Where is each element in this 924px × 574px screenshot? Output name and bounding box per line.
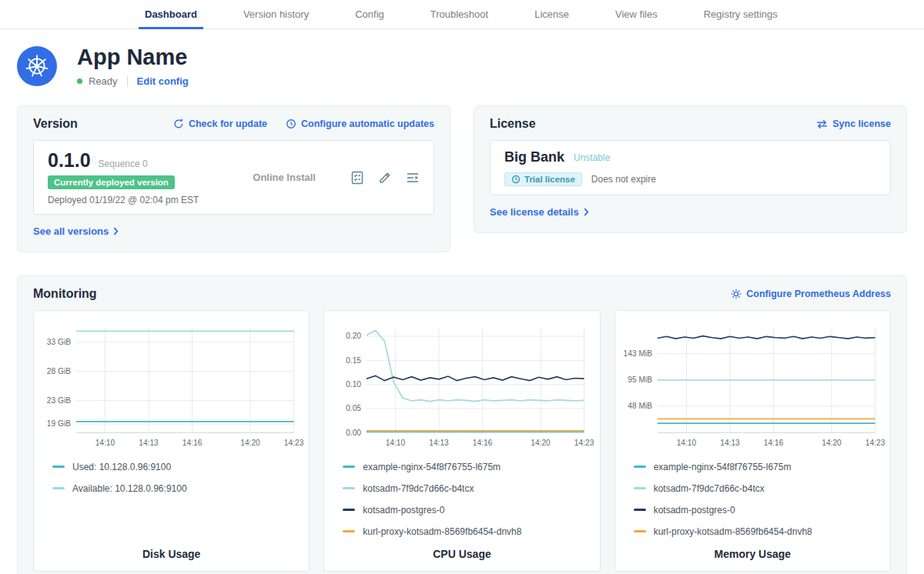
chart-title: Memory Usage <box>623 542 882 560</box>
legend-item: example-nginx-54f8f76755-l675m <box>634 462 882 472</box>
monitoring-header: Monitoring Configure Prometh <box>33 287 891 301</box>
sync-license-link[interactable]: Sync license <box>816 118 891 129</box>
version-card-title: Version <box>33 117 78 131</box>
legend-swatch <box>343 530 355 532</box>
license-card-title: License <box>490 117 536 131</box>
svg-text:14:16: 14:16 <box>763 439 783 447</box>
release-notes-icon[interactable] <box>406 171 420 185</box>
svg-text:14:10: 14:10 <box>386 439 406 447</box>
tab-label: License <box>534 8 569 20</box>
tab-config[interactable]: Config <box>353 0 386 28</box>
install-type-label: Online Install <box>253 172 316 183</box>
status-dot <box>77 78 82 84</box>
sync-icon <box>816 119 828 129</box>
chevron-right-icon <box>584 208 589 216</box>
svg-text:23 GiB: 23 GiB <box>47 396 71 405</box>
see-all-versions-link[interactable]: See all versions <box>33 225 119 237</box>
chart-legend: example-nginx-54f8f76755-l675mkotsadm-7f… <box>623 462 882 537</box>
svg-text:0.05: 0.05 <box>346 404 361 412</box>
svg-text:14:10: 14:10 <box>676 439 696 447</box>
svg-text:0.10: 0.10 <box>346 380 361 389</box>
disk-usage-chart: 14:1014:1314:1614:2014:2319 GiB23 GiB28 … <box>33 310 310 572</box>
svg-text:14:23: 14:23 <box>284 439 304 447</box>
see-all-versions-label: See all versions <box>33 225 109 237</box>
svg-text:28 GiB: 28 GiB <box>47 367 71 375</box>
svg-text:14:20: 14:20 <box>822 439 842 447</box>
legend-swatch <box>52 466 65 468</box>
check-for-update-label: Check for update <box>189 118 267 129</box>
legend-swatch <box>343 466 355 468</box>
configure-automatic-updates-label: Configure automatic updates <box>301 118 434 129</box>
tab-registry-settings[interactable]: Registry settings <box>702 0 779 28</box>
svg-text:0.15: 0.15 <box>346 356 361 365</box>
cpu-usage-chart: 14:1014:1314:1614:2014:230.000.050.100.1… <box>323 310 600 572</box>
legend-swatch <box>634 509 646 511</box>
cards-row: Version Check for update <box>17 105 907 252</box>
configure-prometheus-label: Configure Prometheus Address <box>746 289 891 299</box>
tab-license[interactable]: License <box>533 0 571 28</box>
legend-item: kotsadm-postgres-0 <box>343 505 591 516</box>
sequence-label: Sequence 0 <box>99 159 148 169</box>
version-card-header: Version Check for update <box>33 117 434 131</box>
tab-label: View files <box>615 8 658 20</box>
see-license-details-link[interactable]: See license details <box>490 206 589 218</box>
svg-text:143 MiB: 143 MiB <box>623 349 652 358</box>
edit-config-icon[interactable] <box>378 171 392 185</box>
check-for-update-link[interactable]: Check for update <box>173 118 267 129</box>
legend-item: kotsadm-7f9dc7d66c-b4tcx <box>634 483 882 494</box>
app-header: App Name Ready Edit config <box>17 45 907 87</box>
legend-swatch <box>634 487 646 489</box>
legend-label: Used: 10.128.0.96:9100 <box>72 462 171 472</box>
license-name-row: Big Bank Unstable <box>504 149 876 165</box>
svg-text:14:23: 14:23 <box>865 439 885 447</box>
app-status-row: Ready Edit config <box>77 75 189 87</box>
tab-version-history[interactable]: Version history <box>242 0 310 28</box>
tab-troubleshoot[interactable]: Troubleshoot <box>429 0 490 28</box>
legend-label: kotsadm-7f9dc7d66c-b4tcx <box>654 483 765 494</box>
svg-text:0.00: 0.00 <box>346 429 361 437</box>
license-card: License Sync license Big Bank <box>474 105 907 233</box>
status-badge: Ready <box>89 75 118 87</box>
legend-label: kurl-proxy-kotsadm-8569fb6454-dnvh8 <box>363 526 521 537</box>
svg-text:14:16: 14:16 <box>182 439 203 447</box>
svg-text:14:20: 14:20 <box>240 439 260 447</box>
svg-text:14:13: 14:13 <box>720 439 740 447</box>
see-license-details-label: See license details <box>490 206 579 218</box>
svg-text:14:13: 14:13 <box>139 439 159 447</box>
svg-text:14:13: 14:13 <box>430 439 450 447</box>
legend-label: kurl-proxy-kotsadm-8569fb6454-dnvh8 <box>654 526 812 537</box>
edit-config-link[interactable]: Edit config <box>137 75 189 87</box>
chart-title: CPU Usage <box>332 542 591 560</box>
legend-item: Used: 10.128.0.96:9100 <box>52 462 301 472</box>
tab-view-files[interactable]: View files <box>614 0 659 28</box>
tab-label: Dashboard <box>145 8 197 20</box>
legend-item: Available: 10.128.0.96:9100 <box>52 483 301 494</box>
svg-text:48 MiB: 48 MiB <box>628 402 652 410</box>
channel-label: Unstable <box>574 152 610 163</box>
legend-item: kotsadm-postgres-0 <box>634 505 882 516</box>
refresh-icon <box>173 118 184 129</box>
memory-usage-chart: 14:1014:1314:1614:2014:2348 MiB95 MiB143… <box>614 310 891 572</box>
legend-item: kurl-proxy-kotsadm-8569fb6454-dnvh8 <box>343 526 591 537</box>
chart-plot: 14:1014:1314:1614:2014:2319 GiB23 GiB28 … <box>42 322 301 451</box>
configure-automatic-updates-link[interactable]: Configure automatic updates <box>286 118 434 129</box>
tab-label: Troubleshoot <box>430 8 488 20</box>
version-action-icons <box>350 171 420 185</box>
tab-label: Version history <box>243 8 309 20</box>
tab-dashboard[interactable]: Dashboard <box>143 0 199 28</box>
legend-swatch <box>343 487 355 489</box>
trial-clock-icon <box>511 175 521 184</box>
configure-prometheus-link[interactable]: Configure Prometheus Address <box>731 289 891 299</box>
gear-icon <box>731 289 742 299</box>
legend-item: example-nginx-54f8f76755-l675m <box>343 462 591 472</box>
chart-plot: 14:1014:1314:1614:2014:2348 MiB95 MiB143… <box>623 322 882 451</box>
dashboard-page: App Name Ready Edit config Version <box>0 45 924 574</box>
legend-swatch <box>52 487 65 489</box>
monitoring-section: Monitoring Configure Prometh <box>17 275 907 574</box>
divider <box>127 76 128 87</box>
version-info: 0.1.0 Sequence 0 Currently deployed vers… <box>48 149 199 205</box>
customer-name: Big Bank <box>504 149 564 165</box>
clock-icon <box>286 118 296 129</box>
preflight-checks-icon[interactable] <box>350 171 364 185</box>
chart-title: Disk Usage <box>42 542 301 560</box>
